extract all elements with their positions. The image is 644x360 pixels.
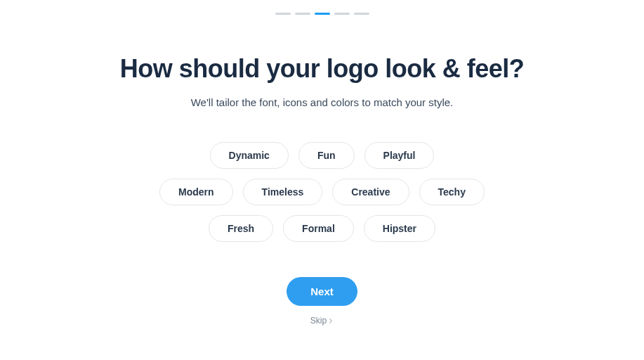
style-chips-container: Dynamic Fun Playful Modern Timeless Crea… — [159, 142, 485, 242]
style-chip-fun[interactable]: Fun — [298, 142, 355, 169]
style-chip-playful[interactable]: Playful — [364, 142, 435, 169]
skip-link[interactable]: Skip — [310, 316, 334, 326]
chips-row: Modern Timeless Creative Techy — [159, 179, 485, 205]
progress-step — [354, 13, 369, 15]
style-chip-timeless[interactable]: Timeless — [243, 179, 323, 205]
progress-step — [295, 13, 310, 15]
style-chip-hipster[interactable]: Hipster — [364, 215, 435, 242]
style-chip-creative[interactable]: Creative — [332, 179, 409, 205]
style-chip-dynamic[interactable]: Dynamic — [210, 142, 289, 169]
chevron-right-icon — [329, 319, 334, 323]
skip-label: Skip — [310, 316, 327, 326]
style-chip-formal[interactable]: Formal — [283, 215, 354, 242]
chips-row: Fresh Formal Hipster — [209, 215, 435, 242]
progress-step-active — [315, 13, 330, 15]
next-button[interactable]: Next — [287, 277, 357, 306]
style-chip-fresh[interactable]: Fresh — [209, 215, 273, 242]
progress-step — [334, 13, 350, 15]
progress-bar — [275, 13, 369, 15]
progress-step — [275, 13, 291, 15]
chips-row: Dynamic Fun Playful — [210, 142, 435, 169]
page-subheading: We'll tailor the font, icons and colors … — [191, 96, 454, 108]
page-heading: How should your logo look & feel? — [120, 54, 525, 84]
style-chip-modern[interactable]: Modern — [159, 179, 233, 205]
style-chip-techy[interactable]: Techy — [419, 179, 485, 205]
